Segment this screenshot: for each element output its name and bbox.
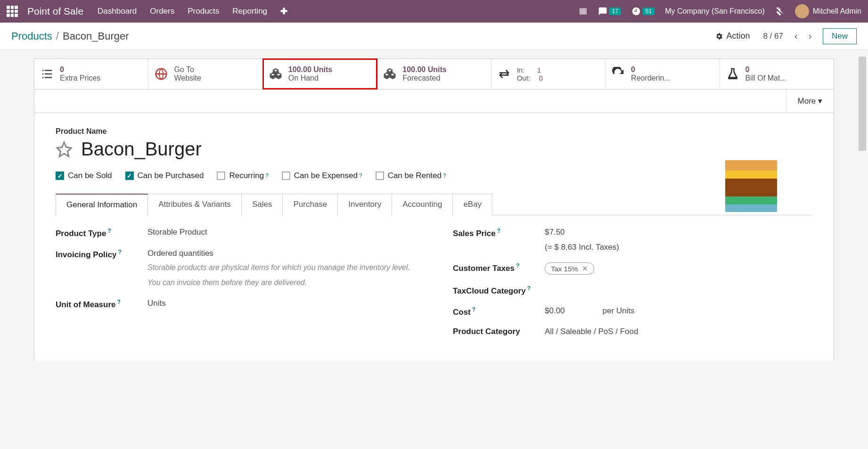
help-icon[interactable]: ? <box>443 172 446 179</box>
breadcrumb-sep: / <box>56 30 59 42</box>
check-can-be-purchased[interactable]: Can be Purchased <box>125 171 204 180</box>
help-icon[interactable]: ? <box>527 285 531 292</box>
field-product-type[interactable]: Storable Product <box>147 228 415 237</box>
transfer-icon <box>497 67 511 81</box>
product-form: Product Name Bacon_Burger Can be Sold Ca… <box>34 113 834 361</box>
pager-prev[interactable]: ‹ <box>789 27 803 46</box>
product-name-value[interactable]: Bacon_Burger <box>81 139 202 160</box>
scrollbar[interactable] <box>859 57 866 151</box>
tab-general[interactable]: General Information <box>56 194 148 215</box>
nav-products[interactable]: Products <box>188 7 219 16</box>
help-icon[interactable]: ? <box>117 299 121 305</box>
field-sales-price[interactable]: $7.50 (= $ 8.63 Incl. Taxes) <box>545 228 812 252</box>
avatar <box>795 4 809 18</box>
boxes-icon <box>269 67 283 81</box>
new-button[interactable]: New <box>823 28 857 44</box>
smart-more[interactable]: More ▾ <box>786 90 834 113</box>
apps-icon[interactable] <box>7 6 18 17</box>
check-recurring[interactable]: Recurring? <box>217 171 268 180</box>
check-can-be-rented[interactable]: Can be Rented? <box>376 171 446 180</box>
help-icon[interactable]: ? <box>118 249 121 255</box>
check-can-be-expensed[interactable]: Can be Expensed? <box>282 171 362 180</box>
remove-tag-icon[interactable]: ✕ <box>582 264 588 273</box>
help-icon[interactable]: ? <box>472 306 475 313</box>
tools-icon[interactable] <box>775 7 785 16</box>
user-menu[interactable]: Mitchell Admin <box>795 4 861 18</box>
breadcrumb-current: Bacon_Burger <box>63 30 129 42</box>
pager-text: 8 / 67 <box>763 32 783 41</box>
flask-icon <box>726 67 740 81</box>
product-image[interactable] <box>725 160 777 212</box>
help-icon[interactable]: ? <box>516 262 519 269</box>
field-customer-taxes[interactable]: Tax 15%✕ <box>545 262 812 275</box>
help-icon[interactable]: ? <box>107 228 111 234</box>
breadcrumb-bar: Products / Bacon_Burger Action 8 / 67 ‹ … <box>0 23 868 50</box>
action-menu[interactable]: Action <box>715 31 750 41</box>
nav-add-icon[interactable]: ✚ <box>280 6 287 16</box>
nav-orders[interactable]: Orders <box>150 7 174 16</box>
tab-purchase[interactable]: Purchase <box>282 194 338 215</box>
messages-icon[interactable]: 17 <box>598 7 621 16</box>
check-can-be-sold[interactable]: Can be Sold <box>56 171 112 180</box>
barcode-icon[interactable] <box>578 7 588 16</box>
messages-badge: 17 <box>609 8 621 15</box>
field-uom[interactable]: Units <box>147 299 415 308</box>
activities-icon[interactable]: 51 <box>631 7 655 16</box>
product-name-label: Product Name <box>56 127 812 136</box>
tab-sales[interactable]: Sales <box>241 194 283 215</box>
help-icon[interactable]: ? <box>265 172 269 179</box>
top-navbar: Point of Sale Dashboard Orders Products … <box>0 0 868 23</box>
help-icon[interactable]: ? <box>497 228 500 234</box>
smart-buttons: 0Extra Prices Go ToWebsite 100.00 UnitsO… <box>34 58 834 90</box>
smart-on-hand[interactable]: 100.00 UnitsOn Hand <box>263 59 377 89</box>
field-product-category[interactable]: All / Saleable / PoS / Food <box>545 327 812 336</box>
favorite-star-icon[interactable] <box>56 141 73 158</box>
gear-icon <box>715 32 723 41</box>
app-title[interactable]: Point of Sale <box>27 6 83 17</box>
nav-reporting[interactable]: Reporting <box>232 7 267 16</box>
globe-icon <box>154 67 168 81</box>
smart-bom[interactable]: 0Bill Of Mat... <box>720 59 834 89</box>
activities-badge: 51 <box>643 8 655 15</box>
help-icon[interactable]: ? <box>359 172 362 179</box>
smart-forecasted[interactable]: 100.00 UnitsForecasted <box>377 59 491 89</box>
smart-reordering[interactable]: 0Reorderin... <box>606 59 720 89</box>
nav-dashboard[interactable]: Dashboard <box>98 7 137 16</box>
breadcrumb-parent[interactable]: Products <box>11 30 52 42</box>
field-cost[interactable]: $0.00per Units <box>545 306 812 316</box>
list-icon <box>40 67 54 81</box>
tab-inventory[interactable]: Inventory <box>337 194 392 215</box>
tab-accounting[interactable]: Accounting <box>392 194 453 215</box>
boxes-icon <box>383 67 397 81</box>
pager-next[interactable]: › <box>803 27 817 46</box>
company-switcher[interactable]: My Company (San Francisco) <box>665 7 765 16</box>
smart-extra-prices[interactable]: 0Extra Prices <box>34 59 148 89</box>
smart-website[interactable]: Go ToWebsite <box>148 59 262 89</box>
field-invoicing-policy[interactable]: Ordered quantities Storable products are… <box>147 249 415 288</box>
tab-attributes[interactable]: Attributes & Variants <box>147 194 242 215</box>
tab-ebay[interactable]: eBay <box>452 194 492 215</box>
refresh-icon <box>611 67 625 81</box>
smart-in-out[interactable]: In: 1 Out: 0 <box>491 59 606 89</box>
tax-tag[interactable]: Tax 15%✕ <box>545 262 594 275</box>
